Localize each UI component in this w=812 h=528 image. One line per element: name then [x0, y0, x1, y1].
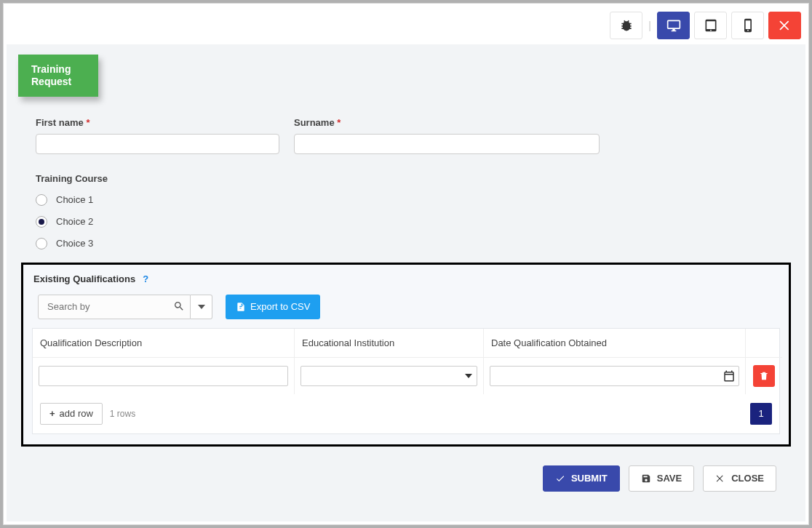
- tablet-icon: [704, 18, 718, 33]
- phone-view-button[interactable]: [731, 12, 764, 39]
- grid-header: Qualification Description Educational In…: [33, 329, 779, 358]
- help-icon[interactable]: ?: [143, 273, 148, 284]
- table-row: [33, 358, 779, 394]
- row-count: 1 rows: [110, 409, 135, 419]
- form-actions: SUBMIT SAVE CLOSE: [7, 447, 805, 499]
- radio-dot-icon: [36, 194, 47, 206]
- col-header-description: Qualification Description: [33, 329, 295, 358]
- institution-select[interactable]: [300, 366, 477, 386]
- tablet-view-button[interactable]: [694, 12, 727, 39]
- surname-label: Surname *: [294, 117, 600, 128]
- first-name-label-text: First name: [36, 117, 84, 128]
- required-asterisk: *: [337, 117, 341, 128]
- plus-icon: +: [49, 408, 55, 419]
- panel-toolbar: Export to CSV: [32, 292, 780, 328]
- surname-label-text: Surname: [294, 117, 335, 128]
- radio-label: Choice 2: [56, 216, 93, 227]
- cell-institution: [295, 358, 484, 394]
- preview-toolbar: |: [4, 4, 808, 41]
- bug-button[interactable]: [610, 12, 642, 39]
- search-box: [38, 295, 191, 319]
- submit-button[interactable]: SUBMIT: [543, 465, 620, 492]
- cell-date: [484, 358, 746, 394]
- save-button[interactable]: SAVE: [629, 465, 694, 492]
- col-header-date: Date Qualification Obtained: [484, 329, 746, 358]
- add-row-button[interactable]: + add row: [40, 403, 103, 425]
- col-header-actions: [746, 329, 782, 358]
- trash-icon: [759, 371, 769, 381]
- save-label: SAVE: [657, 473, 682, 484]
- radio-dot-icon: [36, 216, 47, 228]
- radio-dot-icon: [36, 238, 47, 249]
- page-indicator[interactable]: 1: [750, 403, 772, 425]
- close-label: CLOSE: [731, 473, 764, 484]
- col-header-institution: Educational Institution: [295, 329, 484, 358]
- first-name-label: First name *: [36, 117, 279, 128]
- grid-footer: + add row 1 rows 1: [33, 394, 779, 433]
- existing-qualifications-panel: Existing Qualifications ? Export to CSV: [21, 263, 791, 447]
- desktop-icon: [666, 18, 681, 33]
- search-dropdown-button[interactable]: [191, 295, 212, 319]
- training-course-group: Training Course Choice 1 Choice 2 Choice…: [7, 173, 805, 249]
- surname-field: Surname *: [294, 117, 600, 154]
- first-name-field: First name *: [36, 117, 279, 154]
- export-csv-label: Export to CSV: [250, 301, 310, 312]
- required-asterisk: *: [86, 117, 89, 128]
- date-picker[interactable]: [490, 366, 739, 386]
- search-input[interactable]: [38, 295, 191, 319]
- radio-choice-3[interactable]: Choice 3: [36, 238, 776, 249]
- name-fields: First name * Surname *: [7, 117, 805, 154]
- separator: |: [647, 20, 653, 31]
- cell-description: [33, 358, 295, 394]
- cell-delete: [746, 358, 782, 394]
- form-title-line-2: Request: [31, 76, 85, 88]
- description-input[interactable]: [39, 366, 288, 386]
- calendar-icon: [723, 369, 736, 383]
- desktop-view-button[interactable]: [657, 12, 690, 39]
- first-name-input[interactable]: [36, 134, 279, 154]
- check-icon: [555, 473, 565, 484]
- file-export-icon: [236, 302, 246, 312]
- radio-label: Choice 1: [56, 194, 93, 205]
- qualifications-grid: Qualification Description Educational In…: [32, 328, 780, 434]
- window: | Training Request First name *: [3, 3, 809, 525]
- close-icon: [778, 18, 792, 33]
- search-icon: [173, 300, 185, 312]
- radio-label: Choice 3: [56, 238, 93, 249]
- phone-icon: [741, 18, 755, 33]
- search-wrapper: [38, 295, 212, 319]
- close-preview-button[interactable]: [768, 12, 801, 39]
- caret-down-icon: [465, 372, 472, 380]
- radio-choice-1[interactable]: Choice 1: [36, 194, 776, 206]
- export-csv-button[interactable]: Export to CSV: [226, 295, 320, 319]
- form-title-line-1: Training: [31, 63, 85, 76]
- delete-row-button[interactable]: [753, 365, 775, 387]
- caret-down-icon: [198, 303, 205, 311]
- surname-input[interactable]: [294, 134, 600, 154]
- panel-title: Existing Qualifications: [33, 273, 135, 284]
- bug-icon: [619, 18, 634, 33]
- submit-label: SUBMIT: [571, 473, 608, 484]
- training-course-label: Training Course: [36, 173, 776, 184]
- close-button[interactable]: CLOSE: [703, 465, 776, 492]
- add-row-label: add row: [60, 408, 93, 419]
- save-icon: [641, 473, 651, 484]
- form-canvas[interactable]: Training Request First name * Surname * …: [7, 44, 805, 521]
- form-title-badge: Training Request: [18, 55, 98, 97]
- radio-choice-2[interactable]: Choice 2: [36, 216, 776, 228]
- grid-footer-left: + add row 1 rows: [40, 403, 135, 425]
- close-icon: [715, 473, 725, 484]
- panel-title-row: Existing Qualifications ?: [32, 272, 780, 292]
